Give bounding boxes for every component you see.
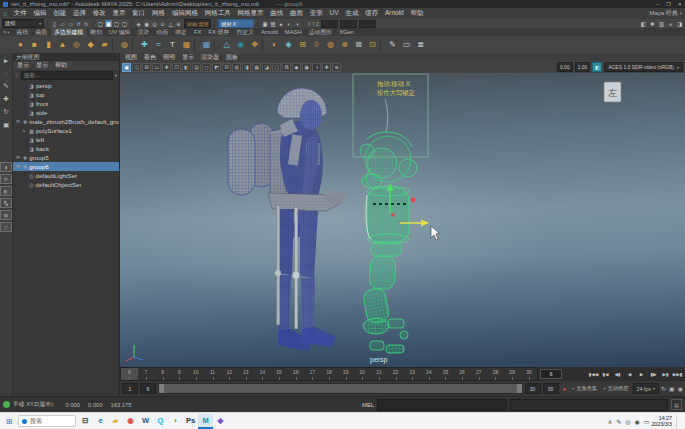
menu-item[interactable]: 文件 [10,9,30,18]
tool-icon[interactable]: ◌ [1,68,12,78]
taskbar-app-icon[interactable]: ◆ [213,414,228,429]
timeline-frame[interactable]: 19 [337,368,354,380]
timeline-frame[interactable]: 14 [254,368,271,380]
viewport-toolbar-icon[interactable]: ▣ [122,63,131,72]
outliner-item[interactable]: ◎ defaultLightSet [13,171,119,180]
taskbar-app-icon[interactable]: ▰ [108,414,123,429]
timeline-frame[interactable]: 11 [204,368,221,380]
viewport-menu-item[interactable]: 渲染器 [201,53,219,62]
viewport-toolbar-icon[interactable]: ⊠ [282,63,291,72]
layout-shortcut-button[interactable]: ⊞ [0,174,12,184]
timeline-frame[interactable]: 20 [354,368,371,380]
character-set-dropdown[interactable]: 无角色集 [570,384,599,393]
view-corner-tag[interactable]: 左 [604,82,621,102]
shelf-tool-icon[interactable] [132,39,137,51]
system-tray-icon[interactable]: ∧ [608,418,612,425]
file-action-icon[interactable]: ↺ [75,20,82,27]
shelf-tab[interactable]: 曲线 [13,28,32,36]
expand-toggle-icon[interactable]: ⊟ [15,119,21,124]
window-control-button[interactable]: ✕ [678,1,682,7]
gamma-field[interactable]: 1.00 [575,62,591,72]
playback-option-icon[interactable]: ↻ [661,385,666,392]
timeline-frame[interactable]: 10 [188,368,205,380]
shelf-menu-icon[interactable]: ≡ [4,30,7,35]
snap-icon[interactable]: ⊙ [159,20,166,27]
shelf-tab[interactable]: UV 编辑 [106,28,134,36]
viewport-toolbar-icon[interactable]: ◩ [212,63,221,72]
timeline-frame[interactable]: 21 [371,368,388,380]
menu-item[interactable]: 选择 [70,9,90,18]
shelf-tool-icon[interactable]: ✎ [386,38,399,51]
tool-icon[interactable]: ↻ [1,107,12,117]
shelf-tool-icon[interactable]: ◍ [118,38,131,51]
viewport-toolbar-icon[interactable]: ▢ [272,63,281,72]
human-model-wireframe[interactable] [228,88,348,351]
script-editor-icon[interactable]: ▤ [671,399,682,410]
timeline-frame[interactable]: 27 [470,368,487,380]
viewport-toolbar-icon[interactable]: ✚ [322,63,331,72]
snap-icon[interactable]: ⊕ [175,20,182,27]
selection-mode-icon[interactable]: ▢ [97,20,104,27]
shelf-tool-icon[interactable]: ■ [28,38,41,51]
shelf-tool-icon[interactable]: ⊞ [296,38,309,51]
coordinate-field[interactable] [340,20,357,28]
timeline-frame[interactable]: 17 [304,368,321,380]
auto-keyframe-toggle[interactable]: ● [561,386,569,392]
timeline-frame[interactable]: 12 [221,368,238,380]
menu-item[interactable]: 编辑 [30,9,50,18]
y-axis-arrowhead[interactable] [387,183,394,191]
exposure-field[interactable]: 0.00 [557,62,573,72]
timeline-frame[interactable]: 8 [154,368,171,380]
outliner-item[interactable]: ◨ front [13,99,119,108]
outliner-item[interactable]: ◨ top [13,90,119,99]
command-input[interactable] [377,399,507,411]
viewport-toolbar-icon[interactable]: ◫ [132,63,141,72]
shelf-tool-icon[interactable]: ≈ [152,38,165,51]
shelf-tab[interactable]: 多边形建模 [51,28,87,36]
timeline-frame[interactable]: 16 [287,368,304,380]
playback-button[interactable]: ▮◀ [600,369,611,379]
outliner-item[interactable]: ◎ defaultObjectSet [13,180,119,189]
outliner-item[interactable]: ⊞ ✚ group6 [13,162,119,171]
shelf-tool-icon[interactable]: ◆ [84,38,97,51]
layout-shortcut-button[interactable]: ▚ [0,198,12,208]
shelf-tool-icon[interactable]: ◈ [282,38,295,51]
viewport-toolbar-icon[interactable]: ◪ [262,63,271,72]
shelf-tool-icon[interactable]: △ [220,38,233,51]
animation-end-field[interactable]: 30 [543,383,559,394]
fps-dropdown[interactable]: 24 fps [633,383,659,394]
timeline-frame[interactable]: 25 [437,368,454,380]
render-icon[interactable]: ▣ [261,20,268,27]
command-language-label[interactable]: MEL [362,402,374,408]
timeline-frame[interactable]: 7 [138,368,155,380]
render-icon[interactable]: ◐ [285,20,292,27]
home-icon[interactable]: ⌂ [3,10,7,17]
shelf-tab[interactable]: Arnold [257,28,281,36]
window-control-button[interactable]: ❐ [666,1,670,7]
outliner-menu-item[interactable]: 显示 [36,61,48,70]
viewport-toolbar-icon[interactable]: ◻ [202,63,211,72]
playback-button[interactable]: ▮▶ [648,369,659,379]
shelf-tool-icon[interactable]: ▮ [42,38,55,51]
shelf-tool-icon[interactable]: ◐ [268,38,281,51]
menu-item[interactable]: 修改 [89,9,109,18]
system-tray-icon[interactable]: ◉ [634,418,639,425]
shelf-tool-icon[interactable]: ▦ [180,38,193,51]
viewport-toolbar-icon[interactable]: ◧ [182,63,191,72]
workspace-selector[interactable]: Maya 经典 [649,9,682,18]
playback-button[interactable]: ▶▮ [660,369,671,379]
expand-toggle-icon[interactable]: ⊞ [15,164,21,169]
file-action-icon[interactable]: ▱ [59,20,66,27]
system-tray-icon[interactable]: ✎ [616,418,621,425]
timeline-frame[interactable]: 30 [520,368,537,380]
viewport-toolbar-icon[interactable]: ✚ [162,63,171,72]
action-center-button[interactable] [676,415,683,428]
window-control-button[interactable]: ─ [656,1,660,7]
animation-start-field[interactable]: 1 [122,383,138,394]
shelf-tab[interactable]: 运动图形 [305,28,335,36]
layout-shortcut-button[interactable]: ▦ [0,210,12,220]
shelf-tool-icon[interactable]: ● [14,38,27,51]
viewport-menu-item[interactable]: 面板 [226,53,238,62]
outliner-item[interactable]: ◨ back [13,144,119,153]
shelf-tab[interactable]: 曲面 [32,28,51,36]
